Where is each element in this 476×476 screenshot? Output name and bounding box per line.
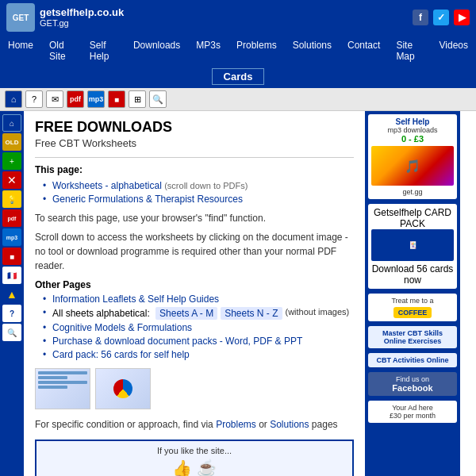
social-links: f ✓ ▶ bbox=[413, 10, 470, 25]
find-text: To search this page, use your browser's … bbox=[35, 211, 354, 225]
sheets-a-m-link[interactable]: Sheets A - M bbox=[155, 307, 217, 320]
list-item: Information Leaflets & Self Help Guides bbox=[43, 294, 354, 305]
paypal-coffee-btn[interactable]: COFFEE bbox=[393, 307, 432, 318]
skills-ad: Master CBT Skills Online Exercises bbox=[368, 326, 457, 348]
right-sidebar: Self Help mp3 downloads 0 - £3 🎵 get.gg … bbox=[365, 111, 460, 476]
your-ad-line2: £30 per month bbox=[371, 412, 454, 420]
your-ad-line1: Your Ad here bbox=[371, 404, 454, 412]
sidebar-red-icon[interactable]: ✕ bbox=[2, 171, 21, 189]
info-leaflets-link[interactable]: Information Leaflets & Self Help Guides bbox=[52, 294, 219, 305]
card-thumb-inner-1 bbox=[36, 369, 90, 409]
mp3-ad-subtitle: mp3 downloads bbox=[371, 126, 454, 134]
logo-text: getselfhelp.co.uk GET.gg bbox=[40, 6, 124, 29]
mp3-ad-block: Self Help mp3 downloads 0 - £3 🎵 get.gg bbox=[368, 114, 457, 199]
nav-videos[interactable]: Videos bbox=[432, 36, 476, 65]
facebook-text: Find us on bbox=[371, 375, 454, 383]
toolbar: ⌂ ? ✉ pdf mp3 ■ ⊞ 🔍 bbox=[0, 88, 476, 111]
nav-self-help[interactable]: Self Help bbox=[82, 36, 125, 65]
no-img-text: (without images) bbox=[286, 307, 350, 320]
sidebar-triangle-icon[interactable]: ▲ bbox=[2, 286, 21, 303]
sub-nav-cards[interactable]: Cards bbox=[212, 68, 265, 85]
cognitive-models-link[interactable]: Cognitive Models & Formulations bbox=[52, 322, 192, 333]
list-item: All sheets alphabetical: Sheets A - M Sh… bbox=[43, 307, 354, 320]
card-pack-ad: Getselfhelp CARD PACK 🃏 Download 56 card… bbox=[368, 204, 457, 289]
cbt-activities-text: CBT Activities Online bbox=[371, 356, 454, 364]
card-thumb-inner-2 bbox=[96, 369, 150, 409]
sidebar-yellow-icon[interactable]: 💡 bbox=[2, 190, 21, 208]
card-pack-btn[interactable]: Download 56 cards now bbox=[371, 263, 454, 286]
list-item: Cognitive Models & Formulations bbox=[43, 322, 354, 333]
page-title: FREE DOWNLOADS bbox=[35, 119, 354, 136]
content-area: FREE DOWNLOADS Free CBT Worksheets This … bbox=[24, 111, 365, 476]
other-pages-list: Information Leaflets & Self Help Guides … bbox=[35, 294, 354, 360]
paypal-text: Treat me to a bbox=[371, 297, 454, 305]
problems-link[interactable]: Problems bbox=[216, 419, 256, 430]
toolbar-email-btn[interactable]: ✉ bbox=[46, 90, 63, 108]
your-ad-block: Your Ad here £30 per month bbox=[368, 401, 457, 423]
toolbar-pdf-btn[interactable]: pdf bbox=[67, 90, 84, 108]
coffee-icons: 👍 ☕ bbox=[44, 459, 344, 476]
divider-1 bbox=[35, 157, 354, 158]
sidebar-stop-icon[interactable]: ■ bbox=[2, 248, 21, 265]
nav-problems[interactable]: Problems bbox=[228, 36, 285, 65]
toolbar-home-btn[interactable]: ⌂ bbox=[5, 90, 22, 108]
card-pack-link[interactable]: Card pack: 56 cards for self help bbox=[52, 349, 190, 360]
other-pages-label: Other Pages bbox=[35, 279, 354, 290]
sidebar-home-icon[interactable]: ⌂ bbox=[2, 114, 21, 132]
sidebar-flag-icon[interactable]: 🇫🇷 bbox=[2, 267, 21, 284]
thumb-line-short bbox=[38, 376, 67, 379]
logo-image: GET bbox=[6, 3, 35, 32]
sidebar-question-icon[interactable]: ? bbox=[2, 305, 21, 322]
purchase-download-link[interactable]: Purchase & download document packs - Wor… bbox=[52, 336, 302, 347]
thumb-line-2 bbox=[38, 381, 87, 384]
card-thumb-2[interactable] bbox=[95, 368, 151, 409]
sidebar-mp3-icon[interactable]: mp3 bbox=[2, 228, 21, 246]
list-item: Purchase & download document packs - Wor… bbox=[43, 336, 354, 347]
mp3-ad-image: 🎵 bbox=[371, 146, 454, 186]
facebook-icon[interactable]: f bbox=[413, 10, 428, 25]
card-thumb-1[interactable] bbox=[35, 368, 90, 409]
left-sidebar: ⌂ OLD + ✕ 💡 pdf mp3 ■ 🇫🇷 ▲ ? 🔍 bbox=[0, 111, 24, 476]
nav-solutions[interactable]: Solutions bbox=[285, 36, 340, 65]
nav-downloads[interactable]: Downloads bbox=[125, 36, 188, 65]
mp3-ad-site: get.gg bbox=[371, 188, 454, 196]
mp3-ad-title: Self Help bbox=[371, 117, 454, 126]
this-page-label: This page: bbox=[35, 164, 354, 175]
sheets-n-z-link[interactable]: Sheets N - Z bbox=[221, 307, 282, 320]
worksheets-link[interactable]: Worksheets - alphabetical bbox=[52, 180, 162, 191]
nav-contact[interactable]: Contact bbox=[340, 36, 388, 65]
nav-home[interactable]: Home bbox=[0, 36, 41, 65]
nav-mp3s[interactable]: MP3s bbox=[188, 36, 228, 65]
solutions-link[interactable]: Solutions bbox=[270, 419, 309, 430]
facebook-ad[interactable]: Find us on Facebook bbox=[368, 372, 457, 396]
coffee-text-top: If you like the site... bbox=[44, 446, 344, 455]
twitter-icon[interactable]: ✓ bbox=[433, 10, 449, 25]
all-sheets-label: All sheets alphabetical: bbox=[52, 308, 150, 319]
toolbar-stop-btn[interactable]: ■ bbox=[108, 90, 125, 108]
thumb-pie-chart bbox=[113, 379, 132, 398]
paypal-block: Treat me to a COFFEE bbox=[368, 294, 457, 321]
formulations-link[interactable]: Generic Formulations & Therapist Resourc… bbox=[52, 194, 243, 205]
list-item: Worksheets - alphabetical (scroll down t… bbox=[43, 180, 354, 191]
nav-items: Home Old Site Self Help Downloads MP3s P… bbox=[0, 36, 476, 65]
skills-text-2: Online Exercises bbox=[371, 337, 454, 345]
sidebar-search-icon[interactable]: 🔍 bbox=[2, 324, 21, 341]
toolbar-resize-btn[interactable]: ⊞ bbox=[129, 90, 146, 108]
card-pack-image: 🃏 bbox=[371, 229, 454, 261]
list-item: Card pack: 56 cards for self help bbox=[43, 349, 354, 360]
sidebar-pdf-icon[interactable]: pdf bbox=[2, 209, 21, 227]
sidebar-green-icon[interactable]: + bbox=[2, 152, 21, 170]
nav-old-site[interactable]: Old Site bbox=[41, 36, 82, 65]
coffee-banner[interactable]: If you like the site... 👍 ☕ TREAT ME TO … bbox=[35, 440, 354, 476]
scroll-text: Scroll down to access the worksheets by … bbox=[35, 230, 354, 273]
nav-site-map[interactable]: Site Map bbox=[388, 36, 431, 65]
worksheets-extra: (scroll down to PDFs) bbox=[164, 181, 248, 190]
toolbar-mp3-btn[interactable]: mp3 bbox=[87, 90, 105, 108]
toolbar-search-btn[interactable]: 🔍 bbox=[149, 90, 167, 108]
specific-condition-text: For specific condition or approach, find… bbox=[35, 417, 354, 432]
card-pack-title: Getselfhelp CARD PACK bbox=[371, 207, 454, 229]
toolbar-help-btn[interactable]: ? bbox=[25, 90, 43, 108]
youtube-icon[interactable]: ▶ bbox=[454, 10, 470, 25]
sidebar-old-icon[interactable]: OLD bbox=[2, 133, 21, 151]
skills-text-1: Master CBT Skills bbox=[371, 329, 454, 337]
